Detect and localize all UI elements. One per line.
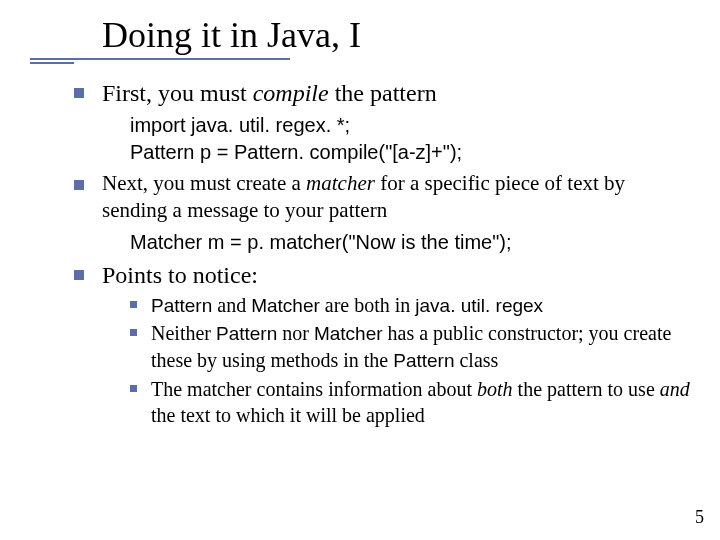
code-block: import java. util. regex. *;Pattern p = …	[130, 112, 690, 166]
bullet-icon	[74, 270, 84, 280]
sub-list-item: Neither Pattern nor Matcher has a public…	[130, 320, 690, 373]
bullet-icon	[130, 329, 137, 336]
sub-list-item-text: The matcher contains information about b…	[151, 376, 690, 428]
bullet-icon	[74, 180, 84, 190]
slide-body: First, you must compile the patternimpor…	[30, 78, 690, 428]
slide: Doing it in Java, I First, you must comp…	[0, 0, 720, 540]
sub-list-item-text: Pattern and Matcher are both in java. ut…	[151, 292, 543, 319]
sub-list-item: The matcher contains information about b…	[130, 376, 690, 428]
bullet-icon	[74, 88, 84, 98]
list-item: Points to notice:	[74, 260, 690, 290]
sub-list-item-text: Neither Pattern nor Matcher has a public…	[151, 320, 690, 373]
list-item-text: Points to notice:	[102, 260, 258, 290]
slide-title: Doing it in Java, I	[102, 14, 690, 56]
title-block: Doing it in Java, I	[86, 14, 690, 64]
list-item-text: Next, you must create a matcher for a sp…	[102, 170, 690, 225]
list-item: First, you must compile the pattern	[74, 78, 690, 108]
code-line: import java. util. regex. *;	[130, 112, 690, 139]
code-line: Pattern p = Pattern. compile("[a-z]+");	[130, 139, 690, 166]
page-number: 5	[695, 507, 704, 528]
list-item-text: First, you must compile the pattern	[102, 78, 437, 108]
list-item: Next, you must create a matcher for a sp…	[74, 170, 690, 225]
code-block: Matcher m = p. matcher("Now is the time"…	[130, 229, 690, 256]
bullet-icon	[130, 301, 137, 308]
sub-list-item: Pattern and Matcher are both in java. ut…	[130, 292, 690, 319]
code-line: Matcher m = p. matcher("Now is the time"…	[130, 229, 690, 256]
bullet-icon	[130, 385, 137, 392]
title-rule	[30, 58, 290, 64]
